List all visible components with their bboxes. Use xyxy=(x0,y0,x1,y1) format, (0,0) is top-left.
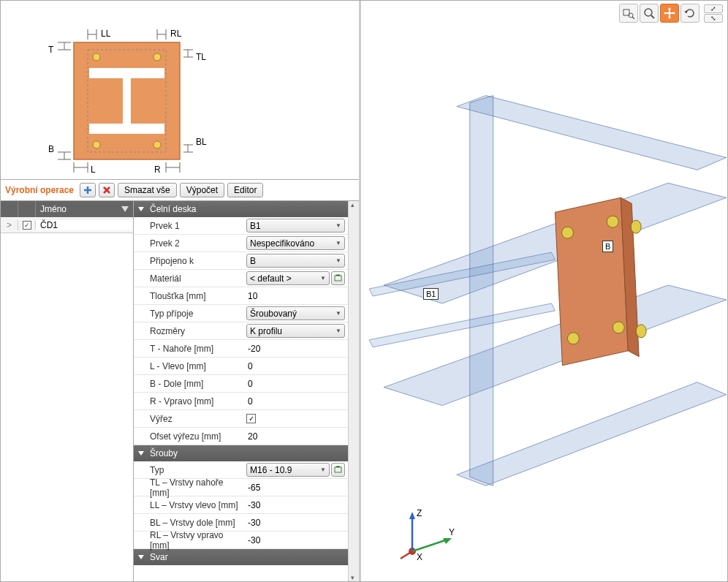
row-name-cell[interactable]: ČD1 xyxy=(36,220,133,230)
property-text[interactable]: 0 xyxy=(246,379,253,389)
property-value[interactable]: 0 xyxy=(243,361,348,371)
property-text[interactable]: -30 xyxy=(246,500,260,510)
svg-line-71 xyxy=(651,15,654,18)
property-label: Prvek 2 xyxy=(134,238,243,249)
svg-text:RL: RL xyxy=(170,29,182,39)
section-header[interactable]: Šrouby xyxy=(134,445,348,461)
property-value[interactable]: K profilu▼ xyxy=(243,324,348,338)
scrollbar[interactable] xyxy=(348,201,359,581)
property-value[interactable]: B1▼ xyxy=(243,219,348,233)
property-label: Prvek 1 xyxy=(134,221,243,231)
property-browse-button[interactable] xyxy=(331,463,345,477)
property-browse-button[interactable] xyxy=(331,271,345,285)
property-row: TypM16 - 10.9▼ xyxy=(134,461,348,479)
property-value[interactable]: -30 xyxy=(243,535,348,545)
svg-marker-47 xyxy=(470,96,493,486)
svg-line-65 xyxy=(401,551,412,559)
section-header[interactable]: Čelní deska xyxy=(134,201,348,217)
zoom-window-button[interactable] xyxy=(619,4,638,23)
property-value[interactable]: M16 - 10.9▼ xyxy=(243,463,348,477)
svg-rect-41 xyxy=(335,276,341,281)
svg-marker-74 xyxy=(664,12,666,15)
svg-rect-42 xyxy=(335,467,341,472)
property-value[interactable]: 20 xyxy=(243,431,348,442)
property-combo[interactable]: B1▼ xyxy=(246,219,345,233)
property-value[interactable]: < default >▼ xyxy=(243,271,348,285)
property-label: Ofset výřezu [mm] xyxy=(134,431,243,442)
property-text[interactable]: -30 xyxy=(246,535,260,545)
svg-point-5 xyxy=(93,53,100,61)
property-text[interactable]: 0 xyxy=(246,396,253,407)
property-row: Typ přípojeŠroubovaný▼ xyxy=(134,305,348,322)
row-enabled-checkbox[interactable]: ✓ xyxy=(23,221,31,230)
property-combo[interactable]: K profilu▼ xyxy=(246,324,345,338)
svg-marker-44 xyxy=(384,285,727,406)
operations-title: Výrobní operace xyxy=(2,185,77,195)
property-row: LL – Vrstvy vlevo [mm]-30 xyxy=(134,496,348,514)
property-text[interactable]: -20 xyxy=(246,344,260,354)
property-row: L - Vlevo [mm]0 xyxy=(134,358,348,375)
lower-split: Jméno > ✓ ČD1 Čelní deskaPrvek 1B1▼Prvek… xyxy=(1,201,359,581)
collapse-button[interactable]: ⤡ xyxy=(704,14,723,23)
property-text[interactable]: 0 xyxy=(246,361,253,371)
app-root: T B L R LL RL TL B xyxy=(0,0,728,582)
rotate-button[interactable] xyxy=(680,4,699,23)
property-text[interactable]: 20 xyxy=(246,431,257,442)
property-label: T - Nahoře [mm] xyxy=(134,344,243,354)
property-row: Materiál< default >▼ xyxy=(134,270,348,287)
property-value[interactable]: -30 xyxy=(243,518,348,528)
property-value[interactable]: -30 xyxy=(243,500,348,510)
property-value[interactable]: 0 xyxy=(243,396,348,407)
svg-text:R: R xyxy=(154,165,161,174)
add-operation-button[interactable] xyxy=(80,183,96,197)
viewport-3d[interactable]: B B1 Z Y X xyxy=(361,1,727,581)
section-header[interactable]: Svar xyxy=(134,549,348,565)
property-row: Připojeno kB▼ xyxy=(134,252,348,270)
svg-point-6 xyxy=(153,53,161,61)
svg-point-70 xyxy=(645,9,652,16)
property-label: Připojeno k xyxy=(134,256,243,266)
svg-marker-72 xyxy=(668,7,671,10)
calculate-button[interactable]: Výpočet xyxy=(180,183,224,197)
property-combo[interactable]: B▼ xyxy=(246,254,345,268)
zoom-button[interactable] xyxy=(640,4,659,23)
axis-gizmo: Z Y X xyxy=(398,506,463,567)
property-combo[interactable]: Nespecifikováno▼ xyxy=(246,236,345,250)
property-label: TL – Vrstvy nahoře [mm] xyxy=(134,477,243,498)
property-checkbox[interactable]: ✓ xyxy=(246,414,256,423)
property-value[interactable]: Šroubovaný▼ xyxy=(243,306,348,320)
editor-button[interactable]: Editor xyxy=(227,183,263,197)
column-header-name[interactable]: Jméno xyxy=(40,204,67,214)
property-value[interactable]: -65 xyxy=(243,483,348,493)
property-value[interactable]: 0 xyxy=(243,379,348,389)
property-row: B - Dole [mm]0 xyxy=(134,375,348,393)
property-label: BL – Vrstvy dole [mm] xyxy=(134,518,243,528)
svg-text:L: L xyxy=(91,165,96,174)
property-text[interactable]: -30 xyxy=(246,518,260,528)
grid-header: Jméno xyxy=(1,201,133,217)
property-value[interactable]: Nespecifikováno▼ xyxy=(243,236,348,250)
grid-row[interactable]: > ✓ ČD1 xyxy=(1,217,133,233)
property-value[interactable]: -20 xyxy=(243,344,348,354)
svg-point-53 xyxy=(607,216,618,227)
property-combo[interactable]: M16 - 10.9▼ xyxy=(246,463,330,477)
svg-point-52 xyxy=(561,227,573,238)
expand-button[interactable]: ⤢ xyxy=(704,4,723,13)
property-combo[interactable]: < default >▼ xyxy=(246,271,330,285)
property-text[interactable]: -65 xyxy=(246,483,260,493)
property-label: R - Vpravo [mm] xyxy=(134,396,243,407)
svg-text:X: X xyxy=(417,552,422,562)
property-label: Typ xyxy=(134,465,243,475)
svg-point-7 xyxy=(93,141,100,148)
label-member-b: B xyxy=(602,241,613,252)
property-combo[interactable]: Šroubovaný▼ xyxy=(246,306,345,320)
delete-operation-button[interactable] xyxy=(99,183,115,197)
property-value[interactable]: B▼ xyxy=(243,254,348,268)
property-value[interactable]: ✓ xyxy=(243,414,348,423)
pan-button[interactable] xyxy=(660,4,679,23)
clear-all-button[interactable]: Smazat vše xyxy=(118,183,177,197)
filter-icon[interactable] xyxy=(121,206,129,212)
svg-rect-2 xyxy=(89,68,164,78)
property-value[interactable]: 10 xyxy=(243,291,348,301)
property-text[interactable]: 10 xyxy=(246,291,257,301)
